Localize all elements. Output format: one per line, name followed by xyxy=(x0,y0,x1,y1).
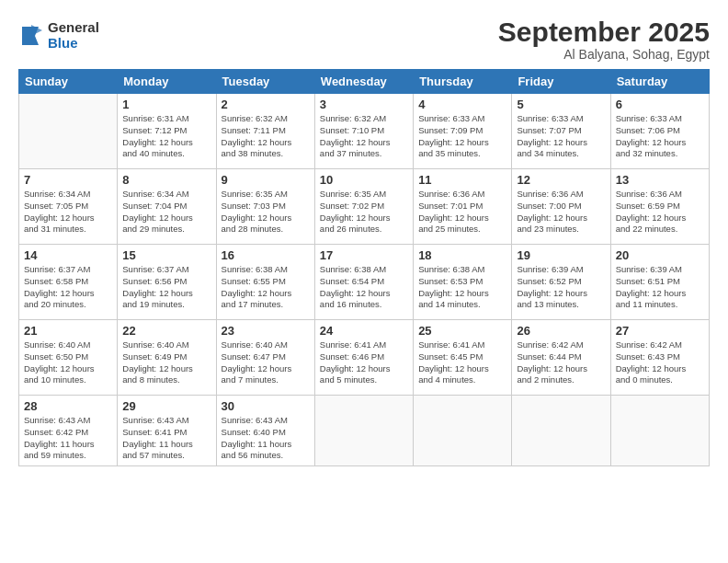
cell-info: Sunrise: 6:35 AM Sunset: 7:03 PM Dayligh… xyxy=(222,189,310,236)
cal-cell: 29Sunrise: 6:43 AM Sunset: 6:41 PM Dayli… xyxy=(118,396,216,466)
day-number: 21 xyxy=(24,324,112,338)
cal-cell: 30Sunrise: 6:43 AM Sunset: 6:40 PM Dayli… xyxy=(216,396,314,466)
cal-cell xyxy=(314,396,413,466)
cell-info: Sunrise: 6:38 AM Sunset: 6:55 PM Dayligh… xyxy=(222,264,310,311)
cal-cell: 13Sunrise: 6:36 AM Sunset: 6:59 PM Dayli… xyxy=(610,169,709,245)
header: General Blue September 2025 Al Balyana, … xyxy=(18,17,710,62)
cell-info: Sunrise: 6:42 AM Sunset: 6:44 PM Dayligh… xyxy=(517,339,605,386)
col-header-tuesday: Tuesday xyxy=(216,70,314,94)
cal-cell: 6Sunrise: 6:33 AM Sunset: 7:06 PM Daylig… xyxy=(610,94,709,169)
cal-cell: 11Sunrise: 6:36 AM Sunset: 7:01 PM Dayli… xyxy=(414,169,512,245)
day-number: 3 xyxy=(320,98,408,111)
day-number: 19 xyxy=(517,248,605,262)
day-number: 13 xyxy=(616,173,704,187)
col-header-saturday: Saturday xyxy=(610,70,709,94)
cell-info: Sunrise: 6:41 AM Sunset: 6:45 PM Dayligh… xyxy=(418,339,506,386)
cell-info: Sunrise: 6:43 AM Sunset: 6:42 PM Dayligh… xyxy=(24,415,112,462)
cal-cell: 26Sunrise: 6:42 AM Sunset: 6:44 PM Dayli… xyxy=(512,320,610,396)
cal-cell xyxy=(512,396,610,466)
logo-general-text: General xyxy=(48,20,99,36)
cell-info: Sunrise: 6:33 AM Sunset: 7:07 PM Dayligh… xyxy=(517,113,605,160)
cell-info: Sunrise: 6:37 AM Sunset: 6:56 PM Dayligh… xyxy=(122,264,210,311)
cal-cell: 10Sunrise: 6:35 AM Sunset: 7:02 PM Dayli… xyxy=(314,169,413,245)
day-number: 6 xyxy=(616,98,704,111)
logo-text: General Blue xyxy=(48,20,99,51)
day-number: 11 xyxy=(418,173,506,187)
day-number: 9 xyxy=(222,173,310,187)
cell-info: Sunrise: 6:33 AM Sunset: 7:06 PM Dayligh… xyxy=(616,113,704,160)
cell-info: Sunrise: 6:39 AM Sunset: 6:52 PM Dayligh… xyxy=(517,264,605,311)
day-number: 25 xyxy=(418,324,506,338)
cell-info: Sunrise: 6:43 AM Sunset: 6:41 PM Dayligh… xyxy=(122,415,210,462)
cell-info: Sunrise: 6:33 AM Sunset: 7:09 PM Dayligh… xyxy=(418,113,506,160)
day-number: 20 xyxy=(616,248,704,262)
cell-info: Sunrise: 6:42 AM Sunset: 6:43 PM Dayligh… xyxy=(616,339,704,386)
day-number: 16 xyxy=(222,248,310,262)
day-number: 7 xyxy=(24,173,112,187)
cal-cell: 2Sunrise: 6:32 AM Sunset: 7:11 PM Daylig… xyxy=(216,94,314,169)
cal-cell: 24Sunrise: 6:41 AM Sunset: 6:46 PM Dayli… xyxy=(314,320,413,396)
cell-info: Sunrise: 6:37 AM Sunset: 6:58 PM Dayligh… xyxy=(24,264,112,311)
cell-info: Sunrise: 6:38 AM Sunset: 6:54 PM Dayligh… xyxy=(320,264,408,311)
day-number: 18 xyxy=(418,248,506,262)
cell-info: Sunrise: 6:40 AM Sunset: 6:49 PM Dayligh… xyxy=(122,339,210,386)
week-row-2: 7Sunrise: 6:34 AM Sunset: 7:05 PM Daylig… xyxy=(19,169,710,245)
col-header-wednesday: Wednesday xyxy=(314,70,413,94)
day-number: 1 xyxy=(122,98,210,111)
cell-info: Sunrise: 6:34 AM Sunset: 7:05 PM Dayligh… xyxy=(24,189,112,236)
cell-info: Sunrise: 6:38 AM Sunset: 6:53 PM Dayligh… xyxy=(418,264,506,311)
col-header-monday: Monday xyxy=(118,70,216,94)
cal-cell: 12Sunrise: 6:36 AM Sunset: 7:00 PM Dayli… xyxy=(512,169,610,245)
month-title: September 2025 xyxy=(498,17,710,47)
page: General Blue September 2025 Al Balyana, … xyxy=(0,0,728,563)
cal-cell: 21Sunrise: 6:40 AM Sunset: 6:50 PM Dayli… xyxy=(19,320,118,396)
cal-cell: 3Sunrise: 6:32 AM Sunset: 7:10 PM Daylig… xyxy=(314,94,413,169)
cal-cell xyxy=(414,396,512,466)
cal-cell: 5Sunrise: 6:33 AM Sunset: 7:07 PM Daylig… xyxy=(512,94,610,169)
day-number: 2 xyxy=(222,98,310,111)
cell-info: Sunrise: 6:34 AM Sunset: 7:04 PM Dayligh… xyxy=(122,189,210,236)
logo: General Blue xyxy=(18,20,99,51)
day-number: 30 xyxy=(222,399,310,413)
logo-blue-text: Blue xyxy=(48,36,99,52)
cell-info: Sunrise: 6:40 AM Sunset: 6:47 PM Dayligh… xyxy=(222,339,310,386)
day-number: 15 xyxy=(122,248,210,262)
cal-cell: 22Sunrise: 6:40 AM Sunset: 6:49 PM Dayli… xyxy=(118,320,216,396)
cal-cell: 27Sunrise: 6:42 AM Sunset: 6:43 PM Dayli… xyxy=(610,320,709,396)
cell-info: Sunrise: 6:35 AM Sunset: 7:02 PM Dayligh… xyxy=(320,189,408,236)
cell-info: Sunrise: 6:32 AM Sunset: 7:10 PM Dayligh… xyxy=(320,113,408,160)
day-number: 4 xyxy=(418,98,506,111)
day-number: 28 xyxy=(24,399,112,413)
cal-cell xyxy=(19,94,118,169)
week-row-3: 14Sunrise: 6:37 AM Sunset: 6:58 PM Dayli… xyxy=(19,245,710,320)
cal-cell: 1Sunrise: 6:31 AM Sunset: 7:12 PM Daylig… xyxy=(118,94,216,169)
col-header-friday: Friday xyxy=(512,70,610,94)
day-number: 24 xyxy=(320,324,408,338)
calendar-table: SundayMondayTuesdayWednesdayThursdayFrid… xyxy=(18,69,710,466)
cell-info: Sunrise: 6:32 AM Sunset: 7:11 PM Dayligh… xyxy=(222,113,310,160)
day-number: 27 xyxy=(616,324,704,338)
header-row: SundayMondayTuesdayWednesdayThursdayFrid… xyxy=(19,70,710,94)
col-header-sunday: Sunday xyxy=(19,70,118,94)
svg-marker-1 xyxy=(31,25,42,36)
day-number: 10 xyxy=(320,173,408,187)
day-number: 23 xyxy=(222,324,310,338)
cell-info: Sunrise: 6:36 AM Sunset: 7:00 PM Dayligh… xyxy=(517,189,605,236)
day-number: 17 xyxy=(320,248,408,262)
day-number: 5 xyxy=(517,98,605,111)
logo-icon xyxy=(18,23,44,49)
day-number: 29 xyxy=(122,399,210,413)
cal-cell: 18Sunrise: 6:38 AM Sunset: 6:53 PM Dayli… xyxy=(414,245,512,320)
cell-info: Sunrise: 6:36 AM Sunset: 6:59 PM Dayligh… xyxy=(616,189,704,236)
cal-cell: 25Sunrise: 6:41 AM Sunset: 6:45 PM Dayli… xyxy=(414,320,512,396)
cell-info: Sunrise: 6:39 AM Sunset: 6:51 PM Dayligh… xyxy=(616,264,704,311)
cal-cell: 16Sunrise: 6:38 AM Sunset: 6:55 PM Dayli… xyxy=(216,245,314,320)
cell-info: Sunrise: 6:36 AM Sunset: 7:01 PM Dayligh… xyxy=(418,189,506,236)
cal-cell xyxy=(610,396,709,466)
cal-cell: 14Sunrise: 6:37 AM Sunset: 6:58 PM Dayli… xyxy=(19,245,118,320)
location: Al Balyana, Sohag, Egypt xyxy=(498,47,710,62)
cal-cell: 9Sunrise: 6:35 AM Sunset: 7:03 PM Daylig… xyxy=(216,169,314,245)
week-row-4: 21Sunrise: 6:40 AM Sunset: 6:50 PM Dayli… xyxy=(19,320,710,396)
cal-cell: 4Sunrise: 6:33 AM Sunset: 7:09 PM Daylig… xyxy=(414,94,512,169)
cal-cell: 23Sunrise: 6:40 AM Sunset: 6:47 PM Dayli… xyxy=(216,320,314,396)
